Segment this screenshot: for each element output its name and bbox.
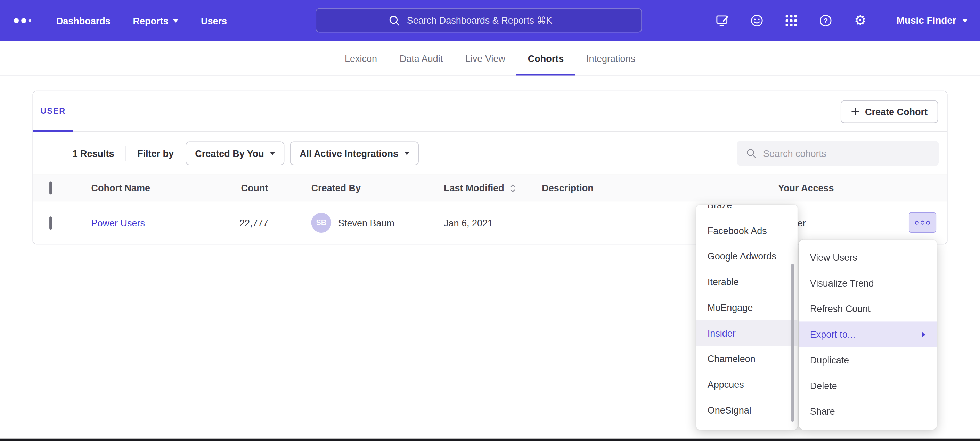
chevron-down-icon <box>404 152 409 155</box>
sort-icon[interactable] <box>509 184 516 192</box>
results-count: 1 Results <box>73 148 115 158</box>
column-header-label: Created By <box>311 182 361 193</box>
global-search-input[interactable] <box>407 15 570 26</box>
menu-item-export-to[interactable]: Export to... <box>799 321 937 347</box>
submenu-scrollbar-thumb[interactable] <box>791 264 794 422</box>
tab-data-audit[interactable]: Data Audit <box>388 42 454 76</box>
created-by-filter-dropdown[interactable]: Created By You <box>186 141 285 165</box>
menu-item-view-users[interactable]: View Users <box>799 244 937 270</box>
last-modified-value: Jan 6, 2021 <box>444 217 542 228</box>
export-target-onesignal[interactable]: OneSignal <box>696 397 797 423</box>
nav-link-label: Dashboards <box>56 15 110 26</box>
top-navbar: Dashboards Reports Users <box>0 0 980 42</box>
select-all-checkbox[interactable] <box>49 182 52 195</box>
global-search-bar[interactable] <box>315 8 642 32</box>
report-builder-icon[interactable] <box>714 13 731 29</box>
tab-cohorts[interactable]: Cohorts <box>516 42 575 76</box>
navbar-links: Dashboards Reports Users <box>56 15 227 26</box>
cohort-count-value: 22,777 <box>210 217 268 228</box>
export-target-facebook-ads[interactable]: Facebook Ads <box>696 218 797 243</box>
cohorts-panel: USER Create Cohort 1 Results Filter by C… <box>33 91 948 244</box>
integrations-filter-value: All Active Integrations <box>299 148 398 158</box>
navbar-right-icons: ? ⚙ Music Finder <box>714 0 967 42</box>
export-target-iterable[interactable]: Iterable <box>696 269 797 295</box>
cohort-name-link[interactable]: Power Users <box>91 217 145 228</box>
cohort-search-bar[interactable] <box>737 141 939 166</box>
menu-item-visualize-trend[interactable]: Visualize Trend <box>799 270 937 296</box>
plus-icon <box>851 107 859 115</box>
table-header-row: Cohort Name Count Created By Last Modifi… <box>33 174 947 201</box>
export-target-insider[interactable]: Insider <box>696 320 797 346</box>
menu-item-delete[interactable]: Delete <box>799 373 937 399</box>
search-icon <box>388 14 401 26</box>
cohort-table-row[interactable]: Power Users 22,777 SB Steven Baum Jan 6,… <box>33 201 947 244</box>
cohort-search-input[interactable] <box>763 148 930 158</box>
export-target-braze[interactable]: Braze <box>696 205 797 218</box>
menu-item-share[interactable]: Share <box>799 399 937 424</box>
chevron-down-icon <box>270 152 275 155</box>
avatar: SB <box>311 213 331 233</box>
column-header-count[interactable]: Count <box>210 182 268 193</box>
column-header-created-by[interactable]: Created By <box>268 182 444 193</box>
tab-lexicon[interactable]: Lexicon <box>334 42 388 76</box>
nav-link-label: Users <box>201 15 227 26</box>
column-header-cohort-name[interactable]: Cohort Name <box>91 182 210 193</box>
export-target-moengage[interactable]: MoEngage <box>696 295 797 320</box>
apps-grid-icon[interactable] <box>783 13 800 29</box>
workspace-tab-bar: Lexicon Data Audit Live View Cohorts Int… <box>0 42 980 76</box>
tab-user-cohorts[interactable]: USER <box>33 91 73 132</box>
row-actions-menu: View Users Visualize Trend Refresh Count… <box>799 240 937 430</box>
app-window: Dashboards Reports Users <box>0 0 980 441</box>
row-actions-list: View Users Visualize Trend Refresh Count… <box>799 244 937 424</box>
chevron-down-icon <box>963 19 967 22</box>
nav-link-users[interactable]: Users <box>201 15 227 26</box>
row-checkbox[interactable] <box>49 216 52 229</box>
ellipsis-icon <box>926 220 930 224</box>
nav-link-reports[interactable]: Reports <box>133 15 179 26</box>
column-header-label: Last Modified <box>444 182 504 193</box>
export-target-appcues[interactable]: Appcues <box>696 371 797 397</box>
ellipsis-icon <box>915 220 919 224</box>
export-target-list: Braze Facebook Ads Google Adwords Iterab… <box>696 205 797 423</box>
create-cohort-label: Create Cohort <box>865 106 928 117</box>
export-target-google-adwords[interactable]: Google Adwords <box>696 243 797 269</box>
panel-header: USER Create Cohort <box>33 91 947 132</box>
svg-text:?: ? <box>824 17 828 25</box>
menu-item-label: Export to... <box>810 329 855 340</box>
tab-live-view[interactable]: Live View <box>454 42 517 76</box>
export-submenu: Braze Facebook Ads Google Adwords Iterab… <box>696 205 797 430</box>
integrations-filter-dropdown[interactable]: All Active Integrations <box>290 141 419 165</box>
row-actions-button[interactable] <box>909 212 936 233</box>
column-header-your-access[interactable]: Your Access <box>778 182 947 193</box>
created-by-filter-value: Created By You <box>195 148 264 158</box>
export-target-chameleon[interactable]: Chameleon <box>696 346 797 372</box>
workspace-name: Music Finder <box>897 15 956 26</box>
mixpanel-dots-logo[interactable] <box>14 18 31 23</box>
creator-name: Steven Baum <box>338 217 395 228</box>
chevron-down-icon <box>173 19 178 22</box>
nav-link-label: Reports <box>133 15 169 26</box>
tab-integrations[interactable]: Integrations <box>575 42 647 76</box>
column-header-last-modified[interactable]: Last Modified <box>444 182 542 193</box>
workspace-switcher[interactable]: Music Finder <box>897 15 967 26</box>
filter-toolbar: 1 Results Filter by Created By You All A… <box>33 132 947 174</box>
feedback-smiley-icon[interactable] <box>749 13 765 29</box>
create-cohort-button[interactable]: Create Cohort <box>841 100 938 123</box>
menu-item-refresh-count[interactable]: Refresh Count <box>799 296 937 322</box>
chevron-right-icon <box>922 332 926 337</box>
search-icon <box>746 147 757 160</box>
ellipsis-icon <box>921 220 924 224</box>
column-header-description[interactable]: Description <box>542 182 778 193</box>
divider <box>126 146 126 161</box>
settings-gear-icon[interactable]: ⚙ <box>852 13 869 29</box>
nav-link-dashboards[interactable]: Dashboards <box>56 15 110 26</box>
filter-by-label: Filter by <box>137 148 174 158</box>
window-bottom-edge <box>0 439 980 441</box>
menu-item-duplicate[interactable]: Duplicate <box>799 347 937 373</box>
help-icon[interactable]: ? <box>818 13 834 29</box>
